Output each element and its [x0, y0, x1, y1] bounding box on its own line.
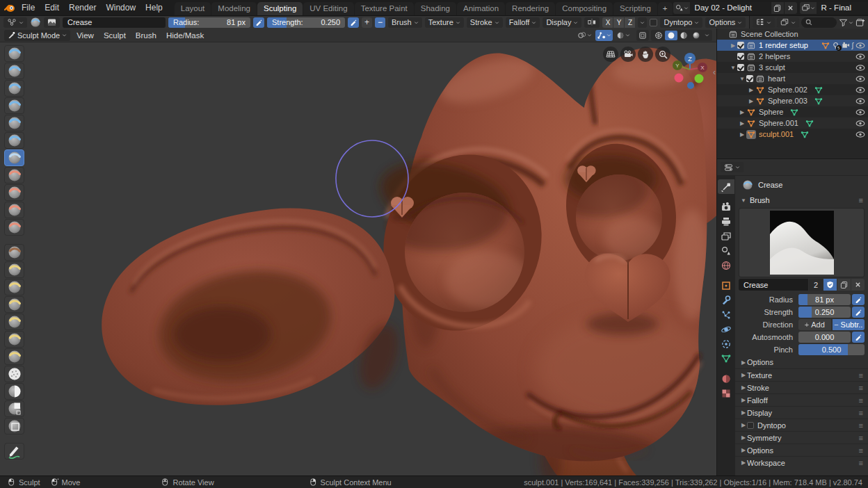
options-dropdown[interactable]: Options [705, 17, 746, 28]
brush-box-mask[interactable] [4, 400, 24, 417]
brush-texture-icon[interactable] [44, 17, 60, 28]
brush-panel-header[interactable]: ▼ Brush ≡ [735, 194, 868, 206]
blender-logo-icon[interactable] [4, 2, 15, 13]
tab-modeling[interactable]: Modeling [211, 2, 257, 15]
outliner-display-mode-dropdown[interactable] [777, 17, 799, 28]
disclosure-triangle-icon[interactable]: ▶ [747, 87, 755, 93]
brush-preview-well[interactable] [739, 208, 865, 277]
active-tool-dropdown[interactable] [3, 17, 27, 28]
mirror-extra-dropdown[interactable] [638, 17, 647, 28]
view-layer-name-field[interactable]: R - Final [817, 2, 868, 14]
brush-layer[interactable] [4, 97, 24, 114]
panel-texture[interactable]: ▶Texture≡ [735, 368, 868, 381]
shading-material-button[interactable] [677, 31, 690, 40]
tab-compositing[interactable]: Compositing [556, 2, 613, 15]
strength-pressure-toggle[interactable] [852, 307, 865, 318]
panel-display[interactable]: ▶Display≡ [735, 406, 868, 418]
properties-tab-material[interactable] [718, 371, 734, 386]
show-gizmo-dropdown[interactable] [595, 30, 613, 41]
tab-scripting[interactable]: Scripting [613, 2, 657, 15]
mirror-axis-z[interactable]: Z [625, 17, 635, 28]
new-scene-button[interactable] [771, 2, 784, 14]
panel-menu-icon[interactable]: ≡ [859, 434, 863, 442]
scene-name-field[interactable]: Day 02 - Delight [690, 2, 771, 14]
panel-menu-icon[interactable]: ≡ [859, 384, 863, 392]
viewport-menu-hide-mask[interactable]: Hide/Mask [161, 30, 209, 41]
hide-in-viewport-toggle[interactable] [855, 75, 865, 83]
hide-in-viewport-toggle[interactable] [855, 86, 865, 94]
outliner-row-3-sculpt[interactable]: ▼3 sculpt [717, 62, 868, 73]
mirror-axis-y[interactable]: Y [613, 17, 624, 28]
brush-annotate[interactable] [4, 443, 24, 459]
tab-uv-editing[interactable]: UV Editing [303, 2, 353, 15]
shading-options-dropdown[interactable] [615, 30, 632, 41]
brush-crease[interactable] [4, 149, 24, 166]
dropdown-texture[interactable]: Texture [425, 17, 464, 28]
brush-flatten[interactable] [4, 184, 24, 201]
radius-pressure-toggle[interactable] [253, 17, 264, 28]
outliner-row-scene-collection[interactable]: Scene Collection [717, 29, 868, 40]
panel-menu-icon[interactable]: ≡ [859, 396, 863, 405]
outliner-row-sphere-002[interactable]: ▶Sphere.002 [717, 84, 868, 95]
dropdown-display[interactable]: Display [542, 17, 581, 28]
outliner-filter-dropdown[interactable] [839, 18, 853, 27]
hide-in-viewport-toggle[interactable] [855, 131, 865, 138]
disclosure-triangle-icon[interactable]: ▶ [747, 98, 755, 104]
collection-checkbox[interactable] [737, 53, 744, 60]
menu-window[interactable]: Window [101, 1, 140, 14]
tab-animation[interactable]: Animation [457, 2, 505, 15]
disclosure-triangle-icon[interactable]: ▶ [738, 120, 746, 127]
sculpt-canvas[interactable] [0, 42, 716, 475]
view-layer-icon[interactable] [800, 2, 817, 14]
outliner-row-1-render-setup[interactable]: ▶1 render setup5ʃ [717, 40, 868, 51]
panel-menu-icon[interactable]: ≡ [859, 409, 863, 417]
hide-in-viewport-toggle[interactable] [855, 42, 865, 49]
delete-scene-button[interactable] [785, 2, 797, 14]
toggle-grid-button[interactable] [603, 47, 618, 62]
properties-tab-view-layer[interactable] [718, 229, 734, 243]
disclosure-triangle-icon[interactable]: ▶ [738, 131, 746, 138]
properties-tab-object-data[interactable] [718, 351, 734, 366]
hide-in-viewport-toggle[interactable] [855, 108, 865, 116]
brush-snake-hook[interactable] [4, 279, 24, 295]
panel-menu-icon[interactable]: ≡ [859, 371, 863, 380]
brush-nudge[interactable] [4, 331, 24, 348]
show-overlays-dropdown[interactable] [576, 30, 593, 41]
3d-viewport[interactable]: Sculpt Mode ViewSculptBrushHide/Mask [0, 29, 716, 475]
brush-simplify[interactable] [4, 366, 24, 382]
outliner-row-heart[interactable]: ▼heart [717, 73, 868, 84]
properties-tab-scene[interactable] [718, 243, 734, 258]
strength-slider[interactable]: Strength: 0.250 [267, 17, 345, 28]
panel-options[interactable]: ▶Options≡ [735, 444, 868, 456]
options-subpanel-header[interactable]: ▶Options [735, 356, 868, 368]
dropdown-stroke[interactable]: Stroke [467, 17, 503, 28]
panel-menu-icon[interactable]: ≡ [859, 459, 863, 467]
viewport-menu-sculpt[interactable]: Sculpt [99, 30, 131, 41]
properties-tab-constraints[interactable] [718, 336, 734, 351]
brush-pinch[interactable] [4, 244, 24, 261]
duplicate-brush-button[interactable] [837, 279, 851, 291]
mirror-axis-x[interactable]: X [602, 17, 613, 28]
panel-dyntopo[interactable]: ▶Dyntopo≡ [735, 418, 868, 431]
properties-tab-tool[interactable] [718, 179, 734, 194]
navigation-gizmo[interactable]: Z Y X [670, 50, 709, 89]
brush-thumb[interactable] [4, 296, 24, 313]
panel-menu-icon[interactable]: ≡ [859, 421, 863, 430]
toggle-xray-button[interactable] [636, 30, 649, 41]
hide-in-viewport-toggle[interactable] [855, 120, 865, 127]
collection-checkbox[interactable] [737, 42, 744, 49]
panel-symmetry[interactable]: ▶Symmetry≡ [735, 431, 868, 444]
autosmooth-pressure-toggle[interactable] [852, 332, 865, 343]
menu-edit[interactable]: Edit [40, 1, 64, 14]
brush-draw[interactable] [4, 45, 24, 62]
brush-grab[interactable] [4, 261, 24, 278]
shading-rendered-button[interactable] [690, 31, 702, 40]
properties-tab-render[interactable] [718, 200, 734, 214]
dyntopo-dropdown[interactable]: Dyntopo [660, 17, 702, 28]
hide-in-viewport-toggle[interactable] [855, 64, 865, 72]
panel-stroke[interactable]: ▶Stroke≡ [735, 381, 868, 393]
collection-checkbox[interactable] [737, 64, 744, 71]
radius-slider[interactable]: 81 px [798, 294, 851, 305]
brush-name-field[interactable]: Crease [63, 17, 166, 28]
properties-tab-modifiers[interactable] [718, 293, 734, 307]
